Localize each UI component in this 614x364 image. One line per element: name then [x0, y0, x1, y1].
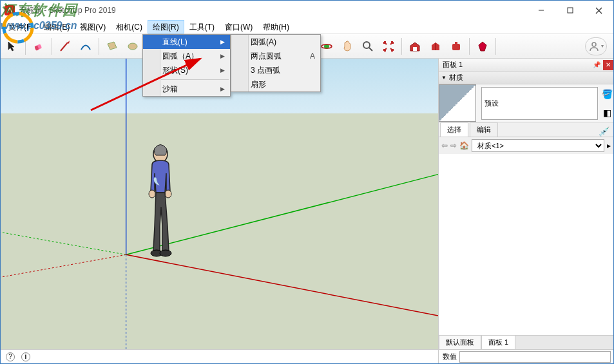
draw-menu-arc[interactable]: 圆弧（A）▶ [143, 49, 230, 63]
warehouse-3d-tool[interactable] [427, 37, 445, 55]
material-library-select[interactable]: 材质<1> [472, 139, 604, 152]
svg-rect-3 [568, 8, 573, 13]
pan-tool[interactable] [338, 37, 356, 55]
circle-tool[interactable] [124, 37, 142, 55]
warehouse-tool[interactable] [406, 37, 424, 55]
zoom-extents-tool[interactable] [379, 37, 398, 55]
svg-line-25 [1, 232, 126, 254]
select-tool[interactable] [3, 37, 21, 55]
svg-point-29 [149, 190, 155, 198]
value-input[interactable] [459, 351, 611, 363]
materials-label: 材质 [449, 73, 463, 82]
maximize-button[interactable] [555, 1, 584, 20]
create-material-icon[interactable]: ◧ [603, 108, 611, 118]
bottom-tab-default[interactable]: 默认面板 [439, 335, 481, 349]
eyedropper-icon[interactable]: 💉 [599, 126, 609, 137]
eraser-tool[interactable] [30, 37, 48, 55]
menu-view[interactable]: 视图(V) [75, 20, 111, 34]
menu-window[interactable]: 窗口(W) [220, 20, 258, 34]
svg-point-16 [363, 42, 370, 48]
menu-tools[interactable]: 工具(T) [184, 20, 220, 34]
arc-submenu-arc[interactable]: 圆弧(A) [231, 35, 320, 49]
viewport[interactable] [1, 59, 438, 349]
nav-forward-icon[interactable]: ⇨ [450, 141, 457, 150]
axes [1, 59, 438, 349]
svg-point-32 [160, 250, 171, 256]
draw-menu-shape[interactable]: 形状(S)▶ [143, 63, 230, 77]
draw-menu-sandbox[interactable]: 沙箱▶ [143, 82, 230, 96]
svg-line-24 [126, 254, 438, 316]
minimize-button[interactable] [526, 1, 555, 20]
material-list-area[interactable] [439, 154, 613, 335]
svg-rect-20 [455, 42, 457, 44]
arc-submenu: 圆弧(A) 两点圆弧 A 3 点画弧 扇形 [231, 34, 321, 92]
app-icon [5, 5, 15, 15]
svg-point-8 [128, 43, 137, 50]
pin-icon[interactable]: 📌 [591, 61, 602, 68]
svg-line-17 [369, 48, 372, 51]
draw-dropdown: 直线(L)▶ 圆弧（A）▶ 形状(S)▶ 沙箱▶ [142, 34, 231, 97]
rectangle-tool[interactable] [103, 37, 121, 55]
material-name-input[interactable] [481, 87, 598, 120]
title-bar: 无标题 - SketchUp Pro 2019 [1, 1, 613, 20]
bucket-icon[interactable]: 🪣 [602, 89, 613, 99]
tab-edit[interactable]: 编辑 [470, 122, 498, 137]
ruby-tool[interactable] [474, 37, 492, 55]
arc-tool[interactable] [77, 37, 95, 55]
details-icon[interactable]: ▸ [607, 141, 611, 150]
svg-rect-18 [413, 47, 417, 51]
svg-rect-19 [452, 44, 460, 50]
menu-edit[interactable]: 编辑(E) [39, 20, 75, 34]
draw-menu-line[interactable]: 直线(L)▶ [143, 35, 230, 49]
svg-line-26 [1, 254, 126, 277]
arc-submenu-pie[interactable]: 扇形 [231, 77, 320, 91]
line-tool[interactable] [56, 37, 74, 55]
help-icon[interactable]: ? [6, 352, 15, 361]
menu-camera[interactable]: 相机(C) [111, 20, 148, 34]
extension-tool[interactable] [447, 37, 465, 55]
material-preview[interactable] [439, 84, 476, 122]
tray-title-bar[interactable]: 面板 1 📌 ✕ [439, 59, 613, 72]
window-title: 无标题 - SketchUp Pro 2019 [19, 5, 116, 16]
tray-title: 面板 1 [443, 60, 463, 70]
menu-help[interactable]: 帮助(H) [258, 20, 294, 34]
status-bar: ? i 数值 [1, 349, 613, 363]
home-icon[interactable]: 🏠 [459, 141, 469, 150]
arc-submenu-two-point[interactable]: 两点圆弧 A [231, 49, 320, 63]
scale-figure [139, 142, 184, 258]
tray-close-button[interactable]: ✕ [603, 60, 613, 70]
zoom-tool[interactable] [359, 37, 377, 55]
svg-point-21 [592, 43, 596, 46]
arc-submenu-three-point[interactable]: 3 点画弧 [231, 63, 320, 77]
panel-tray: 面板 1 📌 ✕ 材质 🪣 ◧ 选择 编辑 💉 ⇦ ⇨ 🏠 [438, 59, 613, 349]
menu-draw[interactable]: 绘图(R) [148, 20, 184, 34]
nav-back-icon[interactable]: ⇦ [441, 141, 448, 150]
menu-bar: 文件(F) 编辑(E) 视图(V) 相机(C) 绘图(R) 工具(T) 窗口(W… [1, 20, 613, 34]
info-icon[interactable]: i [21, 352, 30, 361]
close-button[interactable] [584, 1, 613, 20]
svg-point-30 [165, 190, 171, 198]
profile-button[interactable]: ▾ [585, 37, 607, 55]
materials-header[interactable]: 材质 [439, 72, 613, 84]
value-label: 数值 [443, 352, 457, 361]
bottom-tab-1[interactable]: 面板 1 [481, 335, 515, 349]
menu-file[interactable]: 文件(F) [3, 20, 39, 34]
tab-select[interactable]: 选择 [440, 122, 468, 137]
